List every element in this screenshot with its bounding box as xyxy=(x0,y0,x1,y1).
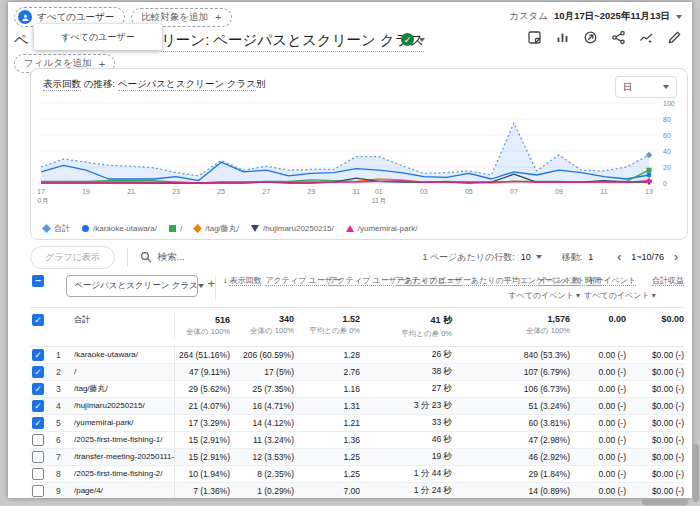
search-placeholder: 検索... xyxy=(158,251,185,264)
metric-cell: 15 (2.91%) xyxy=(174,432,230,448)
totals-checkbox[interactable]: ✓ xyxy=(32,314,44,326)
vertical-scrollbar-thumb[interactable] xyxy=(693,444,699,502)
column-header[interactable]: キーイベントすべてのイベント ▾ xyxy=(580,275,636,301)
granularity-value: 日 xyxy=(623,81,633,94)
metric-cell: 1 (0.29%) xyxy=(230,486,294,496)
svg-text:31: 31 xyxy=(352,188,360,195)
data-ok-check-icon[interactable]: ✓ xyxy=(401,33,414,46)
metric-cell: $0.00 (-) xyxy=(626,350,684,360)
column-header[interactable]: アクティブ ユーザーあたりの平均エンゲージメント時間 xyxy=(391,275,483,287)
legend-item[interactable]: 合計 xyxy=(43,223,70,234)
metric-cell: 14 (4.12%) xyxy=(230,418,294,428)
plot-rows-button[interactable]: グラフに表示 xyxy=(30,246,115,269)
metric-cell: 19 秒 xyxy=(360,451,452,463)
legend-item[interactable]: /yumemirai-park/ xyxy=(346,224,418,233)
row-number: 5 xyxy=(56,418,74,428)
row-checkbox[interactable] xyxy=(32,451,44,463)
insights-icon[interactable] xyxy=(639,30,654,45)
metric-cell: 1.21 xyxy=(294,418,360,428)
notes-icon[interactable] xyxy=(527,30,542,45)
bar-chart-icon[interactable] xyxy=(555,30,570,45)
metric-cell: 206 (60.59%) xyxy=(230,350,294,360)
svg-text:27: 27 xyxy=(262,188,270,195)
chevron-down-icon[interactable] xyxy=(419,38,425,42)
select-all-checkbox[interactable]: – xyxy=(32,275,44,287)
event-filter-select[interactable]: すべてのイベント ▾ xyxy=(584,290,636,301)
goto-page-value[interactable]: 1 xyxy=(588,252,593,262)
report-title-fragment: ペ xyxy=(14,31,29,50)
column-header[interactable]: ↓表示回数 xyxy=(215,275,261,301)
rows-per-page-select[interactable]: 10 xyxy=(521,252,542,262)
trend-chart-card: 表示回数 の推移: ページパスとスクリーン クラス別 日 02040608010… xyxy=(30,68,688,240)
metric-cell: 21 (4.07%) xyxy=(174,398,230,414)
column-header[interactable]: 合計収益 xyxy=(636,275,684,287)
metric-cell: 0.00 (-) xyxy=(570,401,626,411)
add-dimension-button[interactable]: + xyxy=(207,276,215,291)
edit-icon[interactable] xyxy=(667,30,682,45)
metric-cell: $0.00 (-) xyxy=(626,435,684,445)
totals-cell: $0.00 xyxy=(626,314,684,324)
legend-label: /hujimaru20250215/ xyxy=(263,224,334,233)
analytics-report-window: すべてのユーザー 比較対象を追加 + カスタム 10月17日~2025年11月1… xyxy=(8,2,692,498)
svg-text:01: 01 xyxy=(375,188,383,195)
svg-text:11月: 11月 xyxy=(372,197,386,205)
metric-cell: 0.00 (-) xyxy=(570,469,626,479)
share-icon[interactable] xyxy=(611,30,626,45)
divider xyxy=(127,248,128,266)
legend-item[interactable]: / xyxy=(169,224,182,233)
chevron-down-icon xyxy=(198,284,204,288)
page-path: /hujimaru20250215/ xyxy=(74,401,174,410)
metric-cell: 38 秒 xyxy=(360,366,452,378)
metric-cell: 2.76 xyxy=(294,367,360,377)
legend-label: /tag/藤丸/ xyxy=(205,223,239,234)
dimension-select[interactable]: ページパスとスクリーン クラス xyxy=(66,275,198,297)
row-checkbox[interactable]: ✓ xyxy=(32,400,44,412)
row-number: 2 xyxy=(56,367,74,377)
metric-cell: 11 (3.24%) xyxy=(230,435,294,445)
row-checkbox[interactable] xyxy=(32,468,44,480)
row-checkbox[interactable]: ✓ xyxy=(32,349,44,361)
event-filter-select[interactable]: すべてのイベント ▾ xyxy=(487,290,580,301)
column-header[interactable]: アクティブ ユーザーあたりのビュー xyxy=(325,275,391,287)
svg-text:09: 09 xyxy=(555,188,563,195)
row-checkbox[interactable]: ✓ xyxy=(32,383,44,395)
chart-dimension-label[interactable]: ページパスとスクリーン クラス xyxy=(118,78,256,91)
horizontal-scrollbar-thumb[interactable] xyxy=(642,499,688,505)
row-checkbox[interactable]: ✓ xyxy=(32,417,44,429)
row-checkbox[interactable] xyxy=(32,485,44,497)
metric-cell: 1.36 xyxy=(294,435,360,445)
granularity-select[interactable]: 日 xyxy=(615,76,677,98)
date-range-picker[interactable]: カスタム 10月17日~2025年11月13日 xyxy=(509,10,682,23)
table-row: ✓1/karaoke-utawara/264 (51.16%)206 (60.5… xyxy=(30,347,684,364)
column-header[interactable]: イベント数すべてのイベント ▾ xyxy=(483,275,580,301)
page-title[interactable]: リーン: ページパスとスクリーン クラス xyxy=(161,31,424,52)
column-header[interactable]: アクティブ ユーザー xyxy=(261,275,325,287)
svg-text:0: 0 xyxy=(663,180,667,187)
chart-metric-label[interactable]: 表示回数 xyxy=(43,78,81,91)
svg-text:10月: 10月 xyxy=(37,197,48,205)
table-row: 9/page/4/7 (1.36%)1 (0.29%)7.001 分 24 秒1… xyxy=(30,483,684,498)
metric-cell: 60 (3.81%) xyxy=(452,418,570,428)
metric-cell: 840 (53.3%) xyxy=(452,350,570,360)
legend-item[interactable]: /hujimaru20250215/ xyxy=(251,224,334,233)
rows-per-page-label: 1 ページあたりの行数: xyxy=(422,251,514,264)
table-row: 6/2025-first-time-fishing-1/15 (2.91%)11… xyxy=(30,432,684,449)
metric-cell: 12 (3.53%) xyxy=(230,452,294,462)
line-chart[interactable]: 0204060801001710月192123252729310111月0305… xyxy=(37,99,683,213)
chevron-down-icon xyxy=(663,85,669,89)
totals-cell: 1.52平均との差 0% xyxy=(294,314,360,336)
table-search[interactable]: 検索... xyxy=(140,251,423,264)
row-checkbox[interactable] xyxy=(32,434,44,446)
chevron-left-icon[interactable]: ‹ xyxy=(613,250,625,264)
metric-cell: 46 秒 xyxy=(360,434,452,446)
audience-chip-label: すべてのユーザー xyxy=(37,11,114,24)
metric-cell: 0.00 (-) xyxy=(570,350,626,360)
date-range-value: 10月17日~2025年11月13日 xyxy=(554,10,670,23)
row-checkbox[interactable]: ✓ xyxy=(32,366,44,378)
goto-page-label: 移動: xyxy=(562,251,583,264)
svg-text:100: 100 xyxy=(663,100,675,107)
legend-item[interactable]: /karaoke-utawara/ xyxy=(82,224,157,233)
chevron-right-icon[interactable]: › xyxy=(670,250,682,264)
legend-item[interactable]: /tag/藤丸/ xyxy=(194,223,239,234)
data-quality-icon[interactable] xyxy=(583,30,598,45)
